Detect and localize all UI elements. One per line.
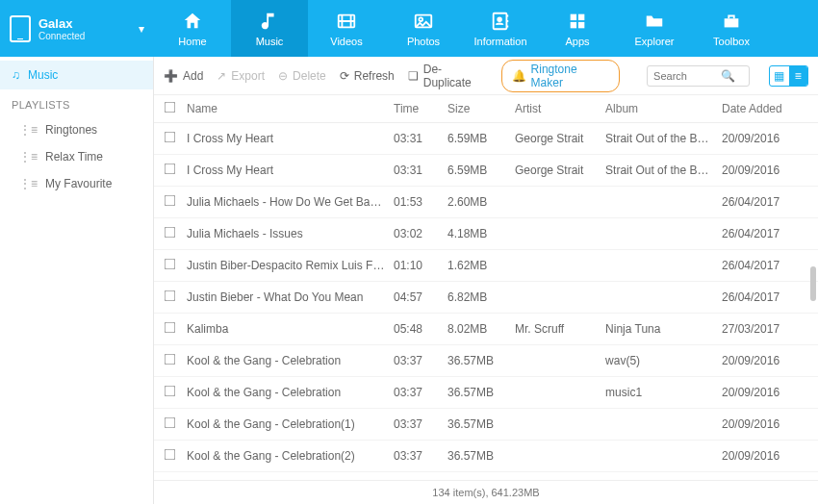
col-album[interactable]: Album	[605, 102, 722, 115]
nav-information[interactable]: Information	[462, 0, 539, 57]
table-row[interactable]: Kool & the Gang - Celebration(2)03:3736.…	[154, 441, 818, 472]
cell-album: wav(5)	[605, 354, 722, 367]
nav-music[interactable]: Music	[231, 0, 308, 57]
cell-name: Julia Michaels - How Do We Get Ba…	[187, 195, 394, 209]
row-checkbox[interactable]	[165, 322, 176, 334]
table-row[interactable]: Julia Michaels - How Do We Get Ba…01:532…	[154, 187, 818, 218]
scrollbar-thumb[interactable]	[810, 266, 816, 301]
toolbox-icon	[721, 11, 742, 32]
table-row[interactable]: Justin Biber-Despacito Remix Luis F…01:1…	[154, 250, 818, 282]
row-checkbox[interactable]	[165, 290, 176, 302]
nav-apps[interactable]: Apps	[539, 0, 616, 57]
cell-name: Kool & the Gang - Celebration(1)	[187, 417, 394, 431]
col-date[interactable]: Date Added	[722, 102, 808, 115]
cell-date: 26/04/2017	[722, 290, 808, 304]
status-footer: 134 item(s), 641.23MB	[154, 480, 818, 504]
table-row[interactable]: Kool & the Gang - Celebration03:3736.57M…	[154, 377, 818, 409]
nav-videos[interactable]: Videos	[308, 0, 385, 57]
cell-date: 20/09/2016	[722, 354, 808, 367]
sidebar-item-ringtones[interactable]: ⋮≡Ringtones	[0, 116, 153, 143]
cell-time: 03:37	[394, 386, 447, 399]
row-checkbox[interactable]	[165, 417, 176, 429]
row-checkbox[interactable]	[165, 449, 176, 461]
select-all-checkbox[interactable]	[165, 102, 176, 113]
toolbar: ➕Add ↗Export ⊖Delete ⟳Refresh ❏De-Duplic…	[154, 57, 818, 95]
sidebar-item-music[interactable]: ♫ Music	[0, 61, 153, 89]
device-name: Galax	[38, 16, 133, 31]
cell-artist: Mr. Scruff	[515, 322, 605, 336]
col-name[interactable]: Name	[187, 102, 394, 115]
duplicate-icon: ❏	[408, 69, 419, 83]
table-row[interactable]: Kalimba05:488.02MBMr. ScruffNinja Tuna27…	[154, 314, 818, 345]
nav-home[interactable]: Home	[154, 0, 231, 57]
video-icon	[336, 11, 357, 32]
row-checkbox[interactable]	[165, 164, 176, 175]
cell-size: 36.57MB	[447, 354, 515, 367]
row-checkbox[interactable]	[165, 132, 176, 143]
cell-time: 03:37	[394, 417, 447, 431]
list-view-button[interactable]: ≡	[789, 66, 807, 86]
nav-toolbox[interactable]: Toolbox	[693, 0, 770, 57]
ringtone-maker-button[interactable]: 🔔Ringtone Maker	[501, 60, 621, 92]
row-checkbox[interactable]	[165, 259, 176, 270]
row-checkbox[interactable]	[165, 195, 176, 207]
add-button[interactable]: ➕Add	[164, 69, 203, 83]
sidebar: ♫ Music PLAYLISTS ⋮≡Ringtones ⋮≡Relax Ti…	[0, 57, 154, 504]
cell-date: 20/09/2016	[722, 164, 808, 177]
cell-time: 01:53	[394, 195, 447, 209]
nav-explorer[interactable]: Explorer	[616, 0, 693, 57]
table-row[interactable]: Kygo - Carry Me ft. Julia Michaels03:144…	[154, 472, 818, 480]
contacts-icon	[490, 11, 511, 32]
cell-date: 26/04/2017	[722, 259, 808, 272]
export-button[interactable]: ↗Export	[217, 69, 265, 83]
cell-album: Strait Out of the B…	[605, 164, 722, 177]
col-size[interactable]: Size	[447, 102, 515, 115]
item-count-summary: 134 item(s), 641.23MB	[432, 487, 539, 498]
grid-view-button[interactable]: ▦	[770, 66, 788, 86]
cell-name: Justin Bieber - What Do You Mean	[187, 290, 394, 304]
table-row[interactable]: Julia Michaels - Issues03:024.18MB26/04/…	[154, 218, 818, 250]
search-input[interactable]: 🔍	[647, 65, 750, 87]
cell-time: 03:02	[394, 227, 447, 240]
svg-rect-8	[578, 21, 584, 27]
cell-time: 04:57	[394, 290, 447, 304]
cell-date: 27/03/2017	[722, 322, 808, 336]
table-row[interactable]: I Cross My Heart03:316.59MBGeorge Strait…	[154, 123, 818, 155]
cell-date: 26/04/2017	[722, 227, 808, 240]
delete-button[interactable]: ⊖Delete	[278, 69, 326, 83]
svg-rect-7	[571, 21, 576, 27]
table-row[interactable]: Kool & the Gang - Celebration(1)03:3736.…	[154, 409, 818, 441]
cell-album: music1	[605, 386, 722, 399]
col-time[interactable]: Time	[394, 102, 447, 115]
bell-plus-icon: 🔔	[512, 69, 526, 83]
col-artist[interactable]: Artist	[515, 102, 605, 115]
row-checkbox[interactable]	[165, 227, 176, 239]
cell-size: 2.60MB	[447, 195, 515, 209]
phone-icon	[10, 15, 31, 42]
sidebar-item-relax-time[interactable]: ⋮≡Relax Time	[0, 143, 153, 170]
playlists-header: PLAYLISTS	[0, 89, 153, 116]
cell-date: 26/04/2017	[722, 195, 808, 209]
cell-name: Kalimba	[187, 322, 394, 336]
cell-name: Kool & the Gang - Celebration	[187, 354, 394, 367]
row-checkbox[interactable]	[165, 354, 176, 365]
cell-time: 03:31	[394, 164, 447, 177]
cell-album: Strait Out of the B…	[605, 132, 722, 145]
table-row[interactable]: Kool & the Gang - Celebration03:3736.57M…	[154, 345, 818, 377]
search-field[interactable]	[653, 70, 721, 82]
cell-size: 36.57MB	[447, 417, 515, 431]
cell-name: Julia Michaels - Issues	[187, 227, 394, 240]
nav-photos[interactable]: Photos	[385, 0, 462, 57]
cell-name: Justin Biber-Despacito Remix Luis F…	[187, 259, 394, 272]
table-row[interactable]: I Cross My Heart03:316.59MBGeorge Strait…	[154, 155, 818, 187]
cell-size: 8.02MB	[447, 322, 515, 336]
row-checkbox[interactable]	[165, 386, 176, 397]
cell-time: 03:37	[394, 354, 447, 367]
device-menu[interactable]: Galax Connected ▾	[0, 0, 154, 57]
cell-size: 36.57MB	[447, 449, 515, 463]
list-icon: ⋮≡	[19, 123, 38, 137]
refresh-button[interactable]: ⟳Refresh	[340, 69, 395, 83]
sidebar-item-my-favourite[interactable]: ⋮≡My Favourite	[0, 170, 153, 197]
deduplicate-button[interactable]: ❏De-Duplicate	[408, 63, 488, 89]
table-row[interactable]: Justin Bieber - What Do You Mean04:576.8…	[154, 282, 818, 314]
